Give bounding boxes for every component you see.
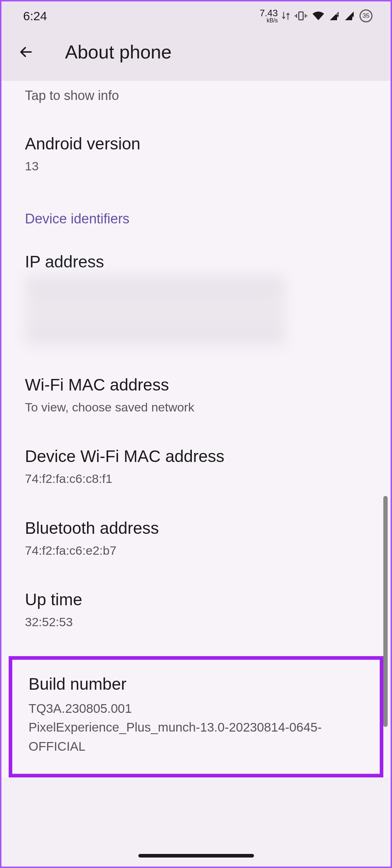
signal-1-icon: 4 <box>329 11 340 21</box>
back-button[interactable] <box>16 42 36 62</box>
navigation-bar[interactable] <box>138 854 254 858</box>
page-title: About phone <box>65 41 172 63</box>
device-wifi-mac-item[interactable]: Device Wi-Fi MAC address 74:f2:fa:c6:c8:… <box>1 430 391 502</box>
device-wifi-mac-value: 74:f2:fa:c6:c8:f1 <box>25 470 367 488</box>
svg-rect-2 <box>337 18 339 21</box>
arrow-back-icon <box>17 43 35 61</box>
ip-address-blurred <box>25 276 285 344</box>
build-number-value: TQ3A.230805.001 PixelExperience_Plus_mun… <box>29 699 363 756</box>
uptime-title: Up time <box>25 590 367 609</box>
settings-content: Tap to show info Android version 13 Devi… <box>1 81 391 777</box>
bluetooth-address-item[interactable]: Bluetooth address 74:f2:fa:c6:e2:b7 <box>1 502 391 574</box>
android-version-title: Android version <box>25 134 367 153</box>
svg-text:4: 4 <box>336 11 338 16</box>
device-wifi-mac-title: Device Wi-Fi MAC address <box>25 446 367 466</box>
status-bar: 6:24 7.43 kB/s 4 35 <box>1 1 391 30</box>
uptime-item[interactable]: Up time 32:52:53 <box>1 573 391 645</box>
android-version-item[interactable]: Android version 13 <box>1 118 391 189</box>
ip-address-title: IP address <box>25 252 367 271</box>
ip-address-item[interactable]: IP address <box>1 236 391 359</box>
tap-info-hint[interactable]: Tap to show info <box>1 81 391 118</box>
wifi-mac-item[interactable]: Wi-Fi MAC address To view, choose saved … <box>1 359 391 431</box>
bluetooth-address-value: 74:f2:fa:c6:e2:b7 <box>25 542 367 559</box>
svg-point-5 <box>352 17 354 18</box>
wifi-icon <box>312 11 325 21</box>
build-number-title: Build number <box>29 674 363 694</box>
svg-rect-4 <box>352 18 354 21</box>
wifi-mac-value: To view, choose saved network <box>25 399 367 416</box>
status-icons: 7.43 kB/s 4 35 <box>259 8 372 23</box>
battery-icon: 35 <box>359 9 372 22</box>
uptime-value: 32:52:53 <box>25 614 367 631</box>
vibrate-icon <box>294 10 307 21</box>
build-number-highlight: Build number TQ3A.230805.001 PixelExperi… <box>9 656 383 778</box>
wifi-mac-title: Wi-Fi MAC address <box>25 375 367 394</box>
arrows-icon <box>282 10 290 21</box>
scroll-indicator[interactable] <box>383 496 388 727</box>
svg-rect-0 <box>299 12 303 20</box>
build-number-item[interactable]: Build number TQ3A.230805.001 PixelExperi… <box>29 674 363 756</box>
status-time: 6:24 <box>23 9 47 23</box>
section-header-device-identifiers: Device identifiers <box>1 189 391 236</box>
network-speed: 7.43 kB/s <box>259 8 278 23</box>
bluetooth-address-title: Bluetooth address <box>25 518 367 538</box>
svg-point-3 <box>337 17 339 18</box>
app-header: About phone <box>1 30 391 81</box>
signal-2-icon <box>344 11 355 21</box>
android-version-value: 13 <box>25 158 367 175</box>
